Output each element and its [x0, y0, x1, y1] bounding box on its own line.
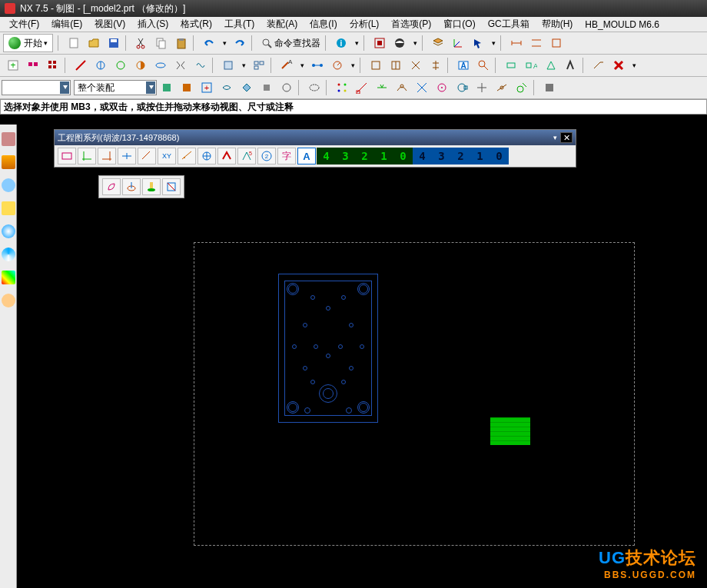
menu-file[interactable]: 文件(F)	[3, 16, 45, 32]
ft-btn-9[interactable]	[217, 148, 236, 164]
resource-assembly-navigator[interactable]	[2, 155, 15, 169]
revolved-section-button[interactable]	[151, 56, 170, 75]
menu-insert[interactable]: 插入(S)	[131, 16, 174, 32]
menu-info[interactable]: 信息(I)	[304, 16, 343, 32]
info-button[interactable]: i	[332, 34, 350, 52]
snap-ellipse-button[interactable]	[305, 78, 324, 97]
centerlines1-button[interactable]	[367, 56, 385, 75]
ft2-btn-2[interactable]	[122, 178, 141, 195]
ft-num-dark-0[interactable]: 0	[393, 148, 413, 164]
balloon-button[interactable]	[474, 56, 493, 75]
ft-num-dark-2[interactable]: 2	[355, 148, 374, 164]
menu-analysis[interactable]: 分析(L)	[344, 16, 386, 32]
dimension-button[interactable]	[507, 34, 526, 52]
copy-button[interactable]	[152, 34, 171, 52]
align-views-button[interactable]	[250, 56, 268, 75]
floating-toolbar-titlebar[interactable]: 工程图系列(胡波/137-14978868) ▾ ✕	[55, 130, 576, 145]
projected-view-button[interactable]	[71, 56, 90, 75]
update-views-button[interactable]	[219, 56, 237, 75]
gdt3-button[interactable]	[542, 56, 560, 75]
snap-existing-button[interactable]	[473, 78, 491, 97]
radial-dim-button[interactable]	[328, 56, 347, 75]
centerlines4-button[interactable]	[427, 56, 445, 75]
resource-ie[interactable]	[2, 224, 15, 238]
sel3-button[interactable]: +	[197, 78, 216, 97]
ft-btn-11[interactable]: 2	[257, 148, 276, 164]
centerlines3-button[interactable]	[407, 56, 425, 75]
snap-point-button[interactable]	[333, 78, 351, 97]
ft2-btn-3[interactable]	[142, 178, 161, 195]
ft-btn-xy[interactable]: XY	[158, 148, 176, 164]
undo-list-button[interactable]: ▾	[220, 34, 229, 52]
green-part-view[interactable]	[490, 417, 530, 445]
drop1-button[interactable]: ▾	[352, 34, 361, 52]
display-button[interactable]	[390, 34, 409, 52]
dim3-button[interactable]	[547, 34, 566, 52]
menu-view[interactable]: 视图(V)	[88, 16, 131, 32]
ft-num-dark-4[interactable]: 4	[317, 148, 336, 164]
new-file-button[interactable]	[65, 34, 83, 52]
sel1-button[interactable]	[158, 78, 176, 97]
resource-roles[interactable]	[2, 294, 15, 307]
snap-intersection-button[interactable]	[413, 78, 431, 97]
snap-endpoint-button[interactable]	[353, 78, 371, 97]
ft-btn-13[interactable]: A	[297, 148, 316, 164]
centerlines2-button[interactable]	[387, 56, 405, 75]
menu-window[interactable]: 窗口(O)	[437, 16, 481, 32]
command-finder[interactable]: 命令查找器	[261, 37, 320, 50]
detail-view-button[interactable]	[111, 56, 130, 75]
sel2-button[interactable]	[178, 78, 196, 97]
delete-button[interactable]	[609, 56, 628, 75]
new-sheet-button[interactable]: +	[4, 56, 22, 75]
menu-help[interactable]: 帮助(H)	[536, 16, 579, 32]
ft-num-blue-1[interactable]: 1	[470, 148, 490, 164]
gdt2-button[interactable]: A	[522, 56, 540, 75]
sketch-toolbar-float[interactable]	[98, 175, 184, 198]
snap-control-button[interactable]	[393, 78, 411, 97]
snap-midpoint-button[interactable]	[373, 78, 391, 97]
resource-reuse-library[interactable]	[2, 178, 15, 192]
drop3-button[interactable]: ▾	[489, 34, 498, 52]
floating-toolbar-close-button[interactable]: ✕	[560, 132, 573, 143]
start-button[interactable]: 开始 ▾	[3, 34, 53, 52]
ft-btn-5[interactable]	[138, 148, 156, 164]
ft-num-blue-4[interactable]: 4	[413, 148, 432, 164]
selection-scope-button[interactable]	[370, 34, 389, 52]
rapiddrop-button[interactable]: ▾	[297, 56, 307, 75]
halfsection-button[interactable]	[131, 56, 150, 75]
menu-gctools[interactable]: GC工具箱	[482, 16, 536, 32]
snap-tangent-button[interactable]	[513, 78, 531, 97]
sel7-button[interactable]	[277, 78, 296, 97]
menu-format[interactable]: 格式(R)	[174, 16, 218, 32]
ft-btn-10[interactable]: 5	[237, 148, 256, 164]
render-button[interactable]	[540, 78, 559, 97]
sel5-button[interactable]	[237, 78, 256, 97]
redo-button[interactable]	[231, 34, 249, 52]
ft-btn-4[interactable]	[118, 148, 136, 164]
menu-prefs[interactable]: 首选项(P)	[385, 16, 437, 32]
ft-btn-12[interactable]: 字	[277, 148, 296, 164]
viewdrop-button[interactable]: ▾	[239, 56, 248, 75]
ft-num-blue-0[interactable]: 0	[490, 148, 509, 164]
ft-num-dark-3[interactable]: 3	[336, 148, 355, 164]
resource-history[interactable]	[2, 247, 15, 261]
snap-arccenter-button[interactable]	[433, 78, 451, 97]
undo-button[interactable]	[200, 34, 218, 52]
deldrop-button[interactable]: ▾	[629, 56, 639, 75]
break-view-button[interactable]	[171, 56, 190, 75]
filter-dropdown[interactable]	[2, 80, 71, 95]
sel6-button[interactable]	[257, 78, 276, 97]
menu-assembly[interactable]: 装配(A)	[261, 16, 304, 32]
resource-system-materials[interactable]	[2, 271, 15, 284]
section-view-button[interactable]	[91, 56, 110, 75]
gdt1-button[interactable]	[502, 56, 520, 75]
surface-finish-button[interactable]	[562, 56, 580, 75]
menu-hbmould[interactable]: HB_MOULD M6.6	[579, 18, 666, 32]
cut-button[interactable]	[132, 34, 151, 52]
menu-tools[interactable]: 工具(T)	[218, 16, 261, 32]
weld-symbol-button[interactable]	[589, 56, 608, 75]
resource-hd3d[interactable]	[2, 201, 15, 215]
ft2-btn-4[interactable]	[162, 178, 181, 195]
snap-oncurve-button[interactable]	[493, 78, 511, 97]
ft-num-blue-3[interactable]: 3	[432, 148, 451, 164]
